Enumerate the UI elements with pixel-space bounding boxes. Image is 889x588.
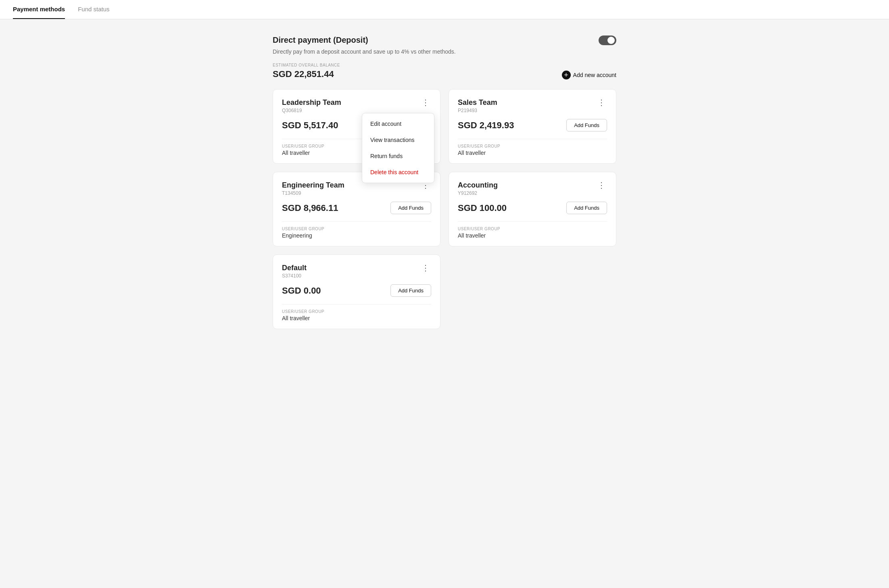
card-user-group: All traveller <box>282 315 431 321</box>
dropdown-menu: Edit account View transactions Return fu… <box>362 113 434 183</box>
section-title-wrap: Direct payment (Deposit) <box>273 35 368 45</box>
card-menu-button[interactable]: ⋮ <box>596 98 607 106</box>
card-footer-label: USER/USER GROUP <box>282 227 431 231</box>
card-user-group: All traveller <box>458 150 607 156</box>
card-menu-wrap: ⋮ <box>596 98 607 106</box>
card-code: S374100 <box>282 273 431 279</box>
section-header: Direct payment (Deposit) <box>273 35 616 45</box>
balance-amount: SGD 22,851.44 <box>273 69 340 79</box>
card-divider <box>282 304 431 304</box>
card-balance: SGD 5,517.40 <box>282 120 338 131</box>
balance-area: ESTIMATED OVERALL BALANCE SGD 22,851.44 … <box>273 63 616 79</box>
card-name: Default <box>282 264 307 272</box>
section-title: Direct payment (Deposit) <box>273 35 368 45</box>
balance-block: ESTIMATED OVERALL BALANCE SGD 22,851.44 <box>273 63 340 79</box>
add-account-label: Add new account <box>573 72 616 78</box>
account-card-default: Default ⋮ S374100 SGD 0.00 Add Funds USE… <box>273 254 440 329</box>
add-new-account-button[interactable]: + Add new account <box>562 71 616 79</box>
card-code: T134509 <box>282 190 431 196</box>
dropdown-item-0[interactable]: Edit account <box>362 116 434 132</box>
toggle-wrap <box>599 35 616 45</box>
card-divider <box>458 221 607 222</box>
card-menu-button[interactable]: ⋮ <box>420 264 431 272</box>
card-divider <box>282 221 431 222</box>
card-name: Sales Team <box>458 98 497 107</box>
accounts-grid: Leadership Team ⋮ Edit account View tran… <box>273 89 616 329</box>
add-funds-button[interactable]: Add Funds <box>566 119 607 131</box>
default-card-row: Default ⋮ S374100 SGD 0.00 Add Funds USE… <box>273 254 440 329</box>
add-funds-button[interactable]: Add Funds <box>390 284 431 297</box>
card-menu-wrap: ⋮ Edit account View transactions Return … <box>420 98 431 106</box>
card-body: SGD 8,966.11 Add Funds <box>282 202 431 214</box>
dropdown-item-2[interactable]: Return funds <box>362 148 434 164</box>
dropdown-item-3[interactable]: Delete this account <box>362 164 434 180</box>
account-card-leadership-team: Leadership Team ⋮ Edit account View tran… <box>273 89 440 164</box>
account-card-accounting: Accounting ⋮ Y912692 SGD 100.00 Add Fund… <box>449 172 616 246</box>
card-header: Sales Team ⋮ <box>458 98 607 107</box>
card-body: SGD 0.00 Add Funds <box>282 284 431 297</box>
tab-fund-status[interactable]: Fund status <box>78 0 109 19</box>
card-code: Q306819 <box>282 108 431 113</box>
card-footer-label: USER/USER GROUP <box>458 227 607 231</box>
card-menu-wrap: ⋮ <box>420 264 431 272</box>
card-code: P219493 <box>458 108 607 113</box>
card-header: Leadership Team ⋮ Edit account View tran… <box>282 98 431 107</box>
card-footer-label: USER/USER GROUP <box>282 309 431 314</box>
section-description: Directly pay from a deposit account and … <box>273 48 616 55</box>
tab-payment-methods[interactable]: Payment methods <box>13 0 65 19</box>
card-body: SGD 100.00 Add Funds <box>458 202 607 214</box>
card-balance: SGD 0.00 <box>282 286 321 296</box>
card-balance: SGD 100.00 <box>458 203 507 213</box>
add-funds-button[interactable]: Add Funds <box>390 202 431 214</box>
add-funds-button[interactable]: Add Funds <box>566 202 607 214</box>
card-body: SGD 2,419.93 Add Funds <box>458 119 607 131</box>
deposit-toggle[interactable] <box>599 35 616 45</box>
card-header: Default ⋮ <box>282 264 431 272</box>
plus-icon: + <box>562 71 571 79</box>
card-footer-label: USER/USER GROUP <box>458 144 607 148</box>
balance-label: ESTIMATED OVERALL BALANCE <box>273 63 340 67</box>
card-divider <box>458 139 607 139</box>
card-menu-button[interactable]: ⋮ <box>420 98 431 106</box>
card-balance: SGD 8,966.11 <box>282 203 338 213</box>
card-name: Engineering Team <box>282 181 344 190</box>
card-code: Y912692 <box>458 190 607 196</box>
card-name: Accounting <box>458 181 498 190</box>
card-menu-button[interactable]: ⋮ <box>596 181 607 189</box>
account-card-sales-team: Sales Team ⋮ P219493 SGD 2,419.93 Add Fu… <box>449 89 616 164</box>
dropdown-item-1[interactable]: View transactions <box>362 132 434 148</box>
tab-bar: Payment methods Fund status <box>0 0 889 19</box>
card-user-group: Engineering <box>282 232 431 239</box>
card-name: Leadership Team <box>282 98 341 107</box>
card-menu-wrap: ⋮ <box>596 181 607 189</box>
card-balance: SGD 2,419.93 <box>458 120 514 131</box>
card-header: Accounting ⋮ <box>458 181 607 190</box>
card-user-group: All traveller <box>458 232 607 239</box>
main-content: Direct payment (Deposit) Directly pay fr… <box>263 35 626 329</box>
